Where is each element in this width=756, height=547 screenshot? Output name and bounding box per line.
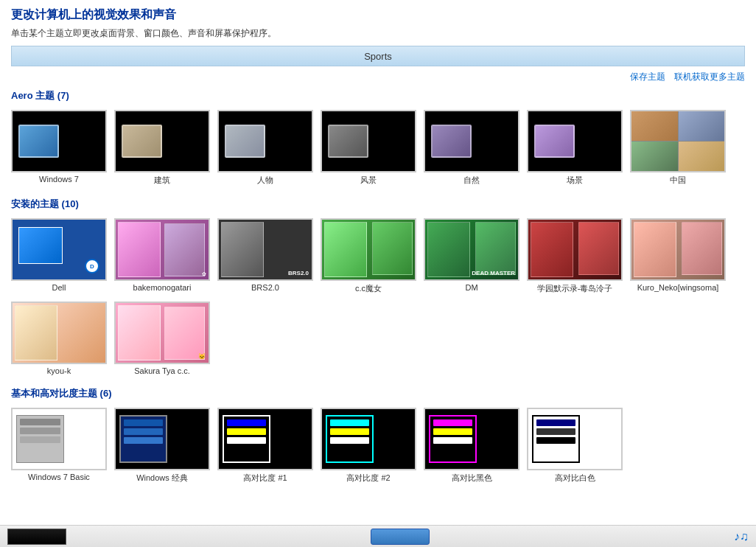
theme-bakemonogatari[interactable]: ✿ bakemonogatari: [114, 218, 210, 294]
theme-cc[interactable]: c.c魔女: [321, 218, 416, 294]
theme-hcblack[interactable]: 高对比黑色: [424, 408, 519, 484]
bottom-right-controls: ♪♫: [734, 530, 749, 543]
theme-thumbnail-nature: [424, 110, 519, 173]
theme-gakuen[interactable]: 学园默示录-毒岛泠子: [527, 218, 623, 294]
theme-landscape[interactable]: 风景: [321, 110, 416, 186]
get-more-link[interactable]: 联机获取更多主题: [674, 71, 745, 83]
theme-label-bake: bakemonogatari: [133, 283, 192, 292]
theme-label-cc: c.c魔女: [355, 283, 382, 294]
theme-thumbnail-landscape: [321, 110, 416, 173]
theme-thumbnail-gakuen: [527, 218, 623, 281]
theme-label-gakuen: 学园默示录-毒岛泠子: [537, 283, 613, 294]
theme-kuroneko[interactable]: Kuro_Neko[wingsoma]: [630, 218, 726, 294]
theme-label-kyou: kyou-k: [47, 366, 71, 375]
theme-label-scene: 场景: [567, 175, 583, 186]
installed-themes-grid: D Dell ✿ bakemonogatari BRS2.0 BRS2.0: [11, 218, 745, 375]
save-theme-link[interactable]: 保存主题: [630, 71, 665, 83]
theme-thumbnail-sakura: 🐱: [114, 302, 210, 364]
theme-architecture[interactable]: 建筑: [114, 110, 210, 186]
theme-label-winclassic: Windows 经典: [136, 473, 188, 484]
theme-thumbnail-people: [217, 110, 313, 173]
theme-scene[interactable]: 场景: [527, 110, 623, 186]
aero-section-title: Aero 主题 (7): [11, 89, 745, 102]
bottom-center-controls: [371, 529, 430, 545]
theme-label-win7: Windows 7: [39, 175, 79, 184]
theme-hc1[interactable]: 高对比度 #1: [217, 408, 313, 484]
bottom-left-controls: [7, 529, 66, 545]
theme-label-sakura: Sakura Tya c.c.: [134, 366, 190, 375]
theme-windows7[interactable]: Windows 7: [11, 110, 107, 186]
bottom-bar: ♪♫: [0, 525, 756, 547]
theme-china[interactable]: 中国: [630, 110, 726, 186]
theme-label-kuro: Kuro_Neko[wingsoma]: [637, 283, 719, 292]
theme-thumbnail-kyou: [11, 302, 107, 364]
theme-thumbnail-win7basic: [11, 408, 107, 470]
page-title: 更改计算机上的视觉效果和声音: [11, 7, 745, 23]
theme-thumbnail-winclassic: [114, 408, 210, 470]
theme-thumbnail-scene: [527, 110, 623, 173]
basic-themes-grid: Windows 7 Basic Windows 经典: [11, 408, 745, 484]
bottom-black-button[interactable]: [7, 529, 66, 545]
action-links: 保存主题 联机获取更多主题: [11, 71, 745, 83]
theme-winclassic[interactable]: Windows 经典: [114, 408, 210, 484]
aero-themes-grid: Windows 7 建筑 人物 风景 自: [11, 110, 745, 186]
theme-hc2[interactable]: 高对比度 #2: [321, 408, 416, 484]
theme-label-win7basic: Windows 7 Basic: [28, 473, 90, 481]
theme-hcwhite[interactable]: 高对比白色: [527, 408, 623, 484]
theme-thumbnail-bake: ✿: [114, 218, 210, 281]
topbar: Sports: [11, 46, 745, 66]
theme-label-brs2: BRS2.0: [251, 283, 279, 292]
theme-dm[interactable]: DEAD MASTER DM: [424, 218, 519, 294]
theme-dell[interactable]: D Dell: [11, 218, 107, 294]
theme-thumbnail-hcwhite: [527, 408, 623, 470]
theme-thumbnail-brs2: BRS2.0: [217, 218, 313, 281]
theme-label-nature: 自然: [463, 175, 480, 186]
theme-brs2[interactable]: BRS2.0 BRS2.0: [217, 218, 313, 294]
theme-thumbnail-hcblack: [424, 408, 519, 470]
topbar-label: Sports: [364, 51, 392, 62]
theme-people[interactable]: 人物: [217, 110, 313, 186]
theme-label-hcwhite: 高对比白色: [555, 473, 595, 484]
theme-label-dm: DM: [465, 283, 477, 292]
dell-logo-icon: D: [85, 259, 99, 274]
theme-thumbnail-arch: [114, 110, 210, 173]
theme-win7basic[interactable]: Windows 7 Basic: [11, 408, 107, 484]
music-icon: ♪♫: [734, 530, 749, 543]
theme-thumbnail-dm: DEAD MASTER: [424, 218, 519, 281]
theme-label-landscape: 风景: [360, 175, 377, 186]
basic-section-title: 基本和高对比度主题 (6): [11, 387, 745, 400]
bottom-blue-button[interactable]: [371, 529, 430, 545]
theme-label-hcblack: 高对比黑色: [452, 473, 492, 484]
page-subtitle: 单击某个主题立即更改桌面背景、窗口颜色、声音和屏幕保护程序。: [11, 27, 745, 40]
theme-thumbnail-china: [630, 110, 726, 173]
theme-label-hc1: 高对比度 #1: [243, 473, 287, 484]
theme-nature[interactable]: 自然: [424, 110, 519, 186]
theme-thumbnail-win7: [11, 110, 107, 173]
theme-thumbnail-cc: [321, 218, 416, 281]
theme-thumbnail-kuro: [630, 218, 726, 281]
theme-sakura[interactable]: 🐱 Sakura Tya c.c.: [114, 302, 210, 375]
theme-thumbnail-hc1: [217, 408, 313, 470]
theme-label-dell: Dell: [52, 283, 66, 292]
theme-label-people: 人物: [257, 175, 273, 186]
theme-label-china: 中国: [670, 175, 686, 186]
theme-label-arch: 建筑: [154, 175, 170, 186]
theme-kyou[interactable]: kyou-k: [11, 302, 107, 375]
theme-thumbnail-dell: D: [11, 218, 107, 281]
installed-section-title: 安装的主题 (10): [11, 198, 745, 211]
theme-label-hc2: 高对比度 #2: [346, 473, 390, 484]
theme-thumbnail-hc2: [321, 408, 416, 470]
